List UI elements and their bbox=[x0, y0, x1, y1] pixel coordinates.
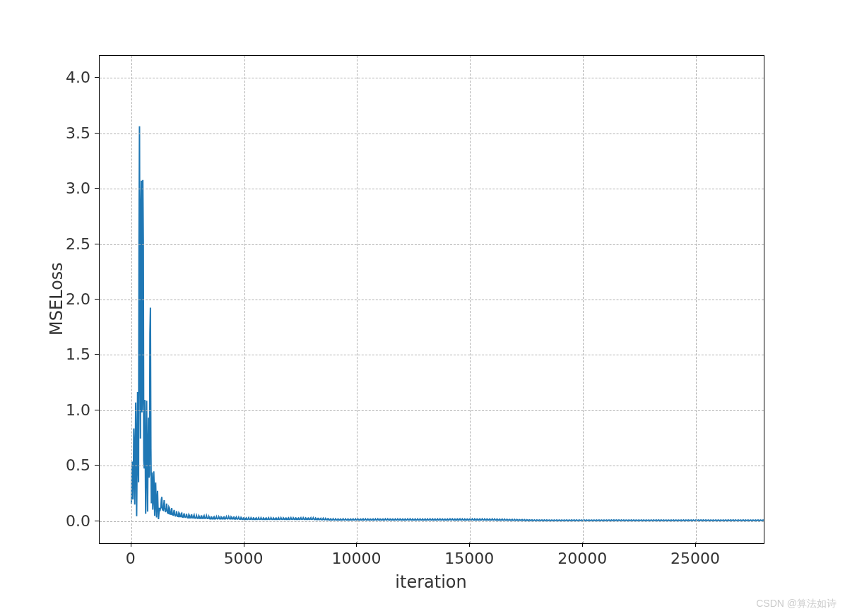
grid-h bbox=[100, 78, 764, 78]
grid-h bbox=[100, 410, 764, 411]
grid-v bbox=[357, 56, 358, 543]
ytick-mark bbox=[95, 188, 99, 189]
ytick-label: 1.5 bbox=[48, 345, 90, 363]
xtick-label: 0 bbox=[102, 550, 159, 567]
ytick-label: 3.5 bbox=[48, 124, 90, 141]
ytick-label: 2.0 bbox=[48, 290, 90, 308]
xtick-label: 15000 bbox=[441, 550, 497, 567]
ytick-label: 0.0 bbox=[48, 511, 90, 529]
ytick-mark bbox=[95, 244, 99, 244]
ytick-label: 3.0 bbox=[48, 179, 90, 197]
ytick-mark bbox=[95, 299, 99, 300]
grid-v bbox=[696, 56, 697, 543]
series-loss bbox=[131, 126, 764, 521]
ytick-mark bbox=[95, 77, 99, 78]
ytick-label: 1.0 bbox=[48, 401, 90, 418]
ytick-mark bbox=[95, 410, 99, 410]
figure: MSELoss iteration CSDN @算法如诗 0.00.51.01.… bbox=[0, 0, 845, 616]
grid-h bbox=[100, 300, 764, 300]
xtick-label: 25000 bbox=[667, 550, 723, 567]
xtick-label: 20000 bbox=[554, 550, 610, 567]
grid-v bbox=[244, 56, 245, 543]
grid-h bbox=[100, 244, 764, 245]
ytick-mark bbox=[95, 521, 99, 521]
grid-h bbox=[100, 189, 764, 189]
plot-area bbox=[99, 55, 764, 544]
grid-v bbox=[131, 56, 132, 543]
ytick-label: 2.5 bbox=[48, 235, 90, 252]
xtick-mark bbox=[469, 543, 470, 547]
watermark: CSDN @算法如诗 bbox=[756, 598, 837, 610]
xtick-mark bbox=[356, 543, 357, 547]
ytick-mark bbox=[95, 354, 99, 355]
xtick-label: 5000 bbox=[215, 550, 272, 567]
xtick-mark bbox=[695, 543, 696, 547]
grid-h bbox=[100, 521, 764, 522]
ytick-label: 4.0 bbox=[48, 69, 90, 86]
grid-v bbox=[470, 56, 471, 543]
grid-h bbox=[100, 466, 764, 466]
xtick-label: 10000 bbox=[328, 550, 384, 567]
xtick-mark bbox=[131, 543, 131, 547]
grid-h bbox=[100, 355, 764, 355]
xtick-mark bbox=[582, 543, 583, 547]
ytick-mark bbox=[95, 465, 99, 466]
xtick-mark bbox=[244, 543, 244, 547]
ytick-mark bbox=[95, 133, 99, 134]
grid-h bbox=[100, 134, 764, 134]
x-axis-label: iteration bbox=[389, 572, 473, 592]
grid-v bbox=[583, 56, 584, 543]
ytick-label: 0.5 bbox=[48, 456, 90, 474]
